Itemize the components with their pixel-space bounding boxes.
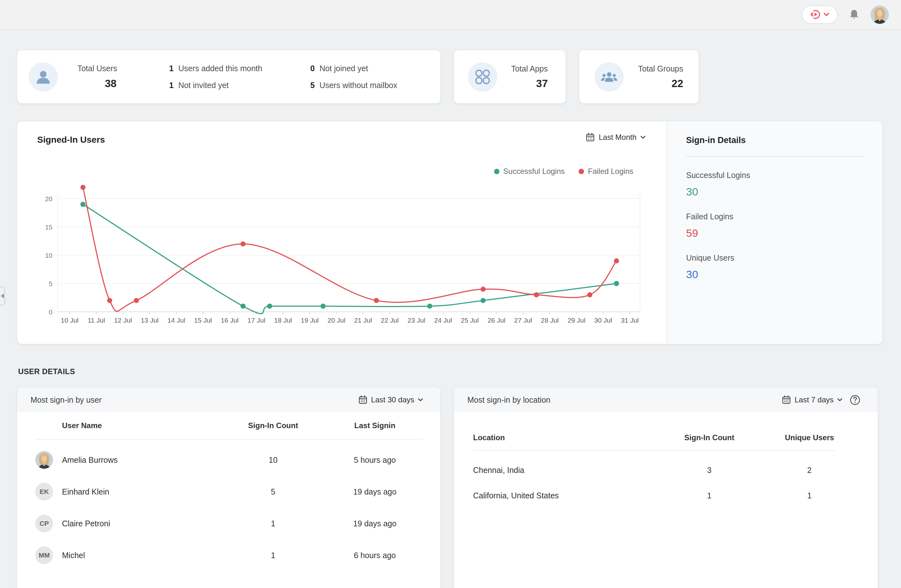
help-button[interactable] — [850, 395, 860, 405]
chevron-left-icon — [1, 293, 4, 299]
total-users-card: Total Users 38 1 Users added this month … — [17, 50, 440, 103]
total-users-stat: Total Users 38 — [58, 64, 137, 90]
svg-text:29 Jul: 29 Jul — [567, 317, 585, 324]
table-row[interactable]: Amelia Burrows 10 5 hours ago — [17, 444, 440, 476]
signin-details-title: Sign-in Details — [686, 135, 863, 145]
user-details-tables: Most sign-in by user Last 30 days User N… — [17, 387, 884, 588]
total-groups-stat: Total Groups 22 — [638, 64, 683, 90]
table-row[interactable]: California, United States 1 1 — [454, 483, 878, 508]
most-signin-by-user-card: Most sign-in by user Last 30 days User N… — [17, 387, 440, 588]
svg-text:24 Jul: 24 Jul — [434, 317, 452, 324]
stat-without-mailbox: 5 Users without mailbox — [310, 81, 397, 90]
groups-icon-circle — [594, 62, 624, 92]
svg-text:20 Jul: 20 Jul — [327, 317, 345, 324]
by-location-title: Most sign-in by location — [468, 395, 550, 404]
svg-text:10 Jul: 10 Jul — [61, 317, 78, 324]
groups-icon — [601, 70, 617, 84]
failed-logins-item: Failed Logins 59 — [686, 212, 863, 240]
svg-text:23 Jul: 23 Jul — [408, 317, 426, 324]
signin-details-panel: Sign-in Details Successful Logins 30 Fai… — [666, 121, 882, 344]
by-user-table-body: Amelia Burrows 10 5 hours ago EK Einhard… — [17, 440, 440, 571]
by-user-range-selector[interactable]: Last 30 days — [359, 395, 423, 404]
most-signin-by-location-card: Most sign-in by location Last 7 days Loc… — [454, 387, 878, 588]
svg-text:13 Jul: 13 Jul — [141, 317, 159, 324]
total-groups-card: Total Groups 22 — [579, 50, 698, 103]
sidebar-collapse-handle[interactable] — [0, 286, 5, 305]
svg-text:21 Jul: 21 Jul — [354, 317, 372, 324]
svg-text:28 Jul: 28 Jul — [541, 317, 559, 324]
svg-text:12 Jul: 12 Jul — [114, 317, 132, 324]
stat-not-invited: 1 Not invited yet — [169, 81, 310, 90]
users-breakdown: 1 Users added this month 1 Not invited y… — [169, 64, 397, 90]
total-apps-value: 37 — [536, 78, 548, 90]
total-groups-value: 22 — [672, 78, 683, 90]
svg-text:25 Jul: 25 Jul — [461, 317, 479, 324]
signed-in-users-chart-section: Signed-In Users Last Month Successful Lo… — [17, 121, 666, 344]
stat-not-joined: 0 Not joined yet — [310, 64, 397, 73]
successful-logins-item: Successful Logins 30 — [686, 171, 863, 198]
unique-users-value: 30 — [686, 268, 863, 281]
svg-text:5: 5 — [48, 280, 53, 287]
chevron-down-icon — [837, 398, 842, 401]
calendar-icon — [782, 395, 791, 404]
by-user-title: Most sign-in by user — [31, 395, 102, 404]
svg-text:22 Jul: 22 Jul — [381, 317, 399, 324]
table-row[interactable]: MM Michel 1 6 hours ago — [17, 539, 440, 571]
by-location-table-body: Chennai, India 3 2 California, United St… — [454, 451, 878, 508]
avatar: CP — [35, 515, 53, 532]
signin-line-chart[interactable]: 0510152010 Jul11 Jul12 Jul13 Jul14 Jul15… — [17, 121, 666, 344]
chevron-down-icon — [418, 398, 423, 401]
apps-grid-icon — [475, 69, 490, 84]
chevron-down-icon — [824, 13, 829, 16]
total-users-value: 38 — [78, 78, 117, 90]
user-icon — [35, 68, 51, 85]
divider — [686, 156, 863, 157]
stat-users-added: 1 Users added this month — [169, 64, 310, 73]
avatar: EK — [35, 483, 53, 501]
by-location-table-header: Location Sign-In Count Unique Users — [454, 412, 878, 450]
total-apps-stat: Total Apps 37 — [511, 64, 548, 90]
signin-activity-icon — [811, 9, 820, 19]
svg-text:14 Jul: 14 Jul — [168, 317, 186, 324]
user-avatar[interactable] — [870, 5, 889, 24]
svg-text:15: 15 — [45, 224, 53, 231]
total-apps-label: Total Apps — [511, 64, 548, 73]
svg-text:11 Jul: 11 Jul — [88, 317, 105, 324]
by-user-range-label: Last 30 days — [371, 395, 414, 404]
failed-logins-value: 59 — [686, 227, 863, 240]
avatar: MM — [35, 546, 53, 564]
svg-text:15 Jul: 15 Jul — [194, 317, 212, 324]
table-row[interactable]: Chennai, India 3 2 — [454, 457, 878, 483]
total-apps-card: Total Apps 37 — [454, 50, 566, 103]
by-user-table-header: User Name Sign-In Count Last Signin — [17, 412, 440, 439]
svg-text:18 Jul: 18 Jul — [274, 317, 292, 324]
svg-text:20: 20 — [45, 195, 53, 202]
topbar — [0, 0, 901, 30]
signin-activity-button[interactable] — [801, 5, 838, 24]
table-row[interactable]: EK Einhard Klein 5 19 days ago — [17, 476, 440, 507]
stats-row: Total Users 38 1 Users added this month … — [17, 50, 884, 103]
by-location-range-selector[interactable]: Last 7 days — [782, 395, 842, 404]
signed-in-users-card: Signed-In Users Last Month Successful Lo… — [17, 121, 882, 344]
total-groups-label: Total Groups — [638, 64, 683, 73]
table-row[interactable]: CP Claire Petroni 1 19 days ago — [17, 507, 440, 539]
by-location-range-label: Last 7 days — [795, 395, 834, 404]
notification-bell-icon — [849, 9, 859, 20]
svg-text:27 Jul: 27 Jul — [514, 317, 532, 324]
svg-text:0: 0 — [48, 308, 53, 316]
by-user-header: Most sign-in by user Last 30 days — [17, 387, 440, 412]
help-circle-icon — [850, 395, 860, 405]
users-icon-circle — [29, 62, 58, 92]
user-details-heading: USER DETAILS — [18, 367, 901, 376]
user-avatar-photo — [870, 5, 889, 24]
svg-text:19 Jul: 19 Jul — [301, 317, 318, 324]
svg-text:26 Jul: 26 Jul — [487, 317, 505, 324]
by-location-header: Most sign-in by location Last 7 days — [454, 387, 878, 412]
svg-text:17 Jul: 17 Jul — [247, 317, 265, 324]
notifications-button[interactable] — [849, 9, 859, 20]
svg-text:16 Jul: 16 Jul — [221, 317, 238, 324]
svg-text:31 Jul: 31 Jul — [621, 317, 639, 324]
successful-logins-value: 30 — [686, 186, 863, 198]
user-photo — [35, 451, 53, 469]
total-users-label: Total Users — [77, 64, 117, 73]
